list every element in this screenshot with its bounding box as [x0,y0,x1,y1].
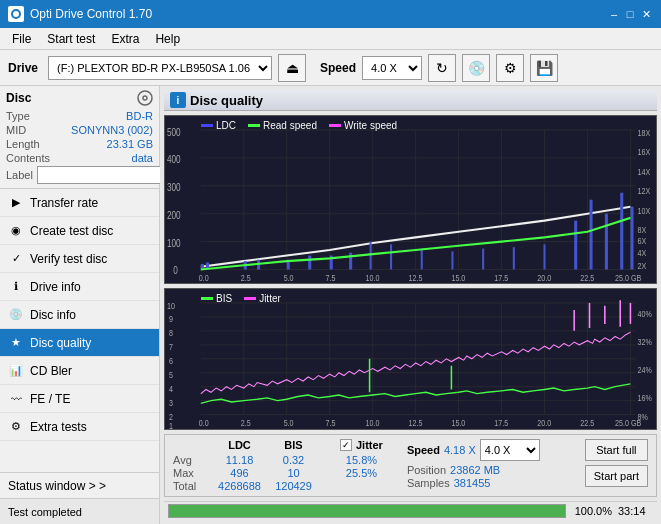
sidebar-progress-area: Test completed [0,498,159,524]
svg-text:16%: 16% [638,392,653,403]
legend-bis-label: BIS [216,293,232,304]
svg-text:2X: 2X [638,260,647,271]
svg-text:5.0: 5.0 [284,417,294,428]
svg-text:17.5: 17.5 [494,272,508,283]
maximize-button[interactable]: □ [623,7,637,21]
sidebar-item-create-test-disc[interactable]: ◉ Create test disc [0,217,159,245]
sidebar-item-extra-tests[interactable]: ⚙ Extra tests [0,413,159,441]
start-buttons: Start full Start part [585,439,648,487]
speed-label: Speed [320,61,356,75]
total-bis: 120429 [271,480,316,492]
app-title: Opti Drive Control 1.70 [30,7,152,21]
speed-value: 4.18 X [444,444,476,456]
cd-bler-icon: 📊 [8,363,24,379]
stats-panel: LDC BIS Avg 11.18 0.32 Max 496 10 Total … [164,434,657,497]
svg-text:4: 4 [169,384,173,395]
svg-text:32%: 32% [638,336,653,347]
close-button[interactable]: ✕ [639,7,653,21]
minimize-button[interactable]: – [607,7,621,21]
disc-mid-label: MID [6,124,26,136]
verify-test-disc-icon: ✓ [8,251,24,267]
svg-text:12X: 12X [638,185,651,196]
app-icon-inner [11,9,21,19]
chart1-svg: 500 400 300 200 100 0 18X 16X 14X 12X 10… [165,116,656,283]
svg-rect-44 [421,249,423,270]
chart2-legend: BIS Jitter [201,293,281,304]
progress-bar-inner [169,505,565,517]
chart1-legend: LDC Read speed Write speed [201,120,397,131]
disc-label-input[interactable] [37,166,170,184]
sidebar-item-cd-bler[interactable]: 📊 CD Bler [0,357,159,385]
svg-rect-42 [370,242,372,270]
sidebar-item-disc-info[interactable]: 💿 Disc info [0,301,159,329]
position-label: Position [407,464,446,476]
speed-header: Speed [407,444,440,456]
svg-text:1: 1 [169,420,173,429]
start-full-button[interactable]: Start full [585,439,648,461]
save-button[interactable]: 💾 [530,54,558,82]
disc-panel: Disc Type BD-R MID SONYNN3 (002) Length … [0,86,159,189]
jitter-checkbox[interactable]: ✓ [340,439,352,451]
disc-button[interactable]: 💿 [462,54,490,82]
speed-select[interactable]: 4.0 X [362,56,422,80]
speed-select-small[interactable]: 4.0 X [480,439,540,461]
legend-jitter: Jitter [244,293,281,304]
avg-ldc: 11.18 [212,454,267,466]
svg-rect-52 [620,193,623,270]
svg-rect-39 [308,256,311,270]
max-bis: 10 [271,467,316,479]
svg-text:500: 500 [167,125,181,138]
settings-button[interactable]: ⚙ [496,54,524,82]
samples-label: Samples [407,477,450,489]
jitter-section: ✓ Jitter 15.8% 25.5% [340,439,383,479]
main-layout: Disc Type BD-R MID SONYNN3 (002) Length … [0,86,661,524]
svg-text:9: 9 [169,314,173,325]
svg-text:5: 5 [169,370,173,381]
status-window[interactable]: Status window > > [0,472,159,498]
create-test-disc-icon: ◉ [8,223,24,239]
transfer-rate-icon: ▶ [8,195,24,211]
svg-rect-2 [165,116,656,283]
disc-contents-value: data [132,152,153,164]
legend-ldc-label: LDC [216,120,236,131]
position-value: 23862 MB [450,464,500,476]
menu-file[interactable]: File [4,30,39,48]
svg-text:7.5: 7.5 [326,272,336,283]
svg-text:15.0: 15.0 [451,417,465,428]
svg-text:10.0: 10.0 [365,272,379,283]
svg-rect-49 [574,221,577,270]
stats-ldc-bis: LDC BIS Avg 11.18 0.32 Max 496 10 Total … [173,439,316,492]
svg-text:12.5: 12.5 [408,417,422,428]
ldc-col-header: LDC [212,439,267,451]
menu-extra[interactable]: Extra [103,30,147,48]
svg-text:25.0 GB: 25.0 GB [615,272,641,283]
max-ldc: 496 [212,467,267,479]
eject-button[interactable]: ⏏ [278,54,306,82]
sidebar-item-verify-test-disc-label: Verify test disc [30,252,107,266]
menu-help[interactable]: Help [147,30,188,48]
menu-start-test[interactable]: Start test [39,30,103,48]
app-icon [8,6,24,22]
refresh-button[interactable]: ↻ [428,54,456,82]
svg-text:7.5: 7.5 [326,417,336,428]
drive-select[interactable]: (F:) PLEXTOR BD-R PX-LB950SA 1.06 [48,56,272,80]
svg-text:200: 200 [167,209,181,222]
sidebar-item-fe-te[interactable]: 〰 FE / TE [0,385,159,413]
sidebar-item-transfer-rate[interactable]: ▶ Transfer rate [0,189,159,217]
svg-text:400: 400 [167,153,181,166]
legend-read-speed-dot [248,124,260,127]
disc-length-row: Length 23.31 GB [6,138,153,150]
start-part-button[interactable]: Start part [585,465,648,487]
svg-text:14X: 14X [638,165,651,176]
content-progress-bar-area: 100.0% 33:14 [164,501,657,520]
progress-percent: 100.0% [572,505,612,517]
sidebar-item-disc-quality[interactable]: ★ Disc quality [0,329,159,357]
svg-text:22.5: 22.5 [580,272,594,283]
svg-point-1 [143,96,147,100]
svg-rect-45 [451,251,453,269]
sidebar-item-verify-test-disc[interactable]: ✓ Verify test disc [0,245,159,273]
legend-read-speed: Read speed [248,120,317,131]
sidebar-status-text: Test completed [8,506,82,518]
sidebar-item-drive-info[interactable]: ℹ Drive info [0,273,159,301]
content-area: i Disc quality LDC Read speed [160,86,661,524]
